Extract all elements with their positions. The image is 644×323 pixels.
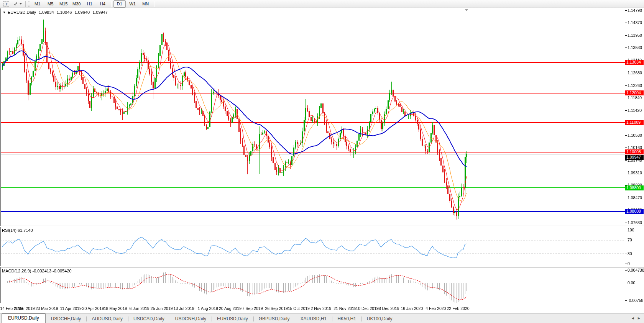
time-axis: 14 Feb 20195 Mar 201923 Mar 201911 Apr 2… xyxy=(0,303,644,313)
timeframe-button-m1[interactable]: M1 xyxy=(31,0,44,8)
toolbar-separator xyxy=(154,1,154,7)
text-tool-button[interactable]: T xyxy=(2,0,11,8)
date-label: 30 Apr 2019 xyxy=(82,306,104,311)
tab-item-eurusd-daily[interactable]: EURUSD,Daily xyxy=(2,313,46,323)
toolbar-separator xyxy=(25,1,26,7)
date-label: 6 Jun 2019 xyxy=(130,306,150,311)
tab-item-usdcad-daily[interactable]: USDCAD,Daily xyxy=(128,315,170,323)
toolbar-separator xyxy=(111,1,112,7)
timeframe-button-m30[interactable]: M30 xyxy=(71,0,83,8)
date-label: 13 Jul 2019 xyxy=(174,306,194,311)
timeframe-button-mn[interactable]: MN xyxy=(140,0,152,8)
date-label: 5 Mar 2019 xyxy=(15,306,35,311)
date-label: 10 Dec 2019 xyxy=(356,306,379,311)
window-left-border xyxy=(0,8,1,303)
tab-scroll-right-icon[interactable]: ▶ xyxy=(638,316,640,320)
toolbar-grip[interactable] xyxy=(28,1,30,7)
tab-scroll-controls: ◀ ▶ xyxy=(632,313,644,323)
date-label: 4 Feb 2020 xyxy=(426,306,446,311)
date-label: 18 May 2019 xyxy=(104,306,127,311)
caret-down-icon xyxy=(20,3,22,5)
timeframe-button-w1[interactable]: W1 xyxy=(127,0,139,8)
timeframe-button-m5[interactable]: M5 xyxy=(44,0,57,8)
date-label: 11 Apr 2019 xyxy=(60,306,82,311)
date-label: 28 Dec 2019 xyxy=(376,306,399,311)
date-label: 21 Nov 2019 xyxy=(334,306,356,311)
text-tool-icon: T xyxy=(3,1,9,7)
tab-item-uk100-daily[interactable]: UK100,Daily xyxy=(361,315,398,323)
date-label: 20 Aug 2019 xyxy=(219,306,242,311)
tab-item-usdcnh-daily[interactable]: USDCNH,Daily xyxy=(170,315,212,323)
timeframe-button-m15[interactable]: M15 xyxy=(58,0,70,8)
date-label: 26 Sep 2019 xyxy=(265,306,288,311)
tab-scroll-left-icon[interactable]: ◀ xyxy=(632,316,634,320)
date-label: 25 Jun 2019 xyxy=(151,306,173,311)
date-label: 7 Sep 2019 xyxy=(242,306,263,311)
date-label: 23 Mar 2019 xyxy=(36,306,58,311)
timeframe-button-d1[interactable]: D1 xyxy=(113,0,126,8)
tab-item-gbpusd-daily[interactable]: GBPUSD,Daily xyxy=(253,315,295,323)
tab-item-eurusd-daily[interactable]: EURUSD,Daily xyxy=(212,315,253,323)
timeframe-button-group: M1M5M15M30H1H4D1W1MN xyxy=(31,0,156,8)
date-label: 15 Oct 2019 xyxy=(288,306,310,311)
chart-tab-bar: EURUSD,DailyUSDCHF,DailyAUDUSD,DailyUSDC… xyxy=(0,313,644,323)
tab-item-audusd-daily[interactable]: AUDUSD,Daily xyxy=(86,315,128,323)
chart-canvas[interactable] xyxy=(0,8,644,303)
diagonal-arrows-icon xyxy=(13,1,18,7)
cursor-tool-button[interactable] xyxy=(11,0,24,8)
timeframe-button-h4[interactable]: H4 xyxy=(97,0,109,8)
date-label: 1 Aug 2019 xyxy=(198,306,218,311)
tab-item-usdchf-daily[interactable]: USDCHF,Daily xyxy=(46,315,87,323)
date-label: 16 Jan 2020 xyxy=(401,306,423,311)
tab-item-xauusd-h1[interactable]: XAUUSD,H1 xyxy=(295,315,332,323)
top-toolbar: T M1M5M15M30H1H4D1W1MN xyxy=(0,0,644,8)
tab-item-hk50-h1[interactable]: HK50,H1 xyxy=(332,315,361,323)
timeframe-button-h1[interactable]: H1 xyxy=(84,0,96,8)
date-label: 22 Feb 2020 xyxy=(447,306,470,311)
date-label: 2 Nov 2019 xyxy=(311,306,332,311)
